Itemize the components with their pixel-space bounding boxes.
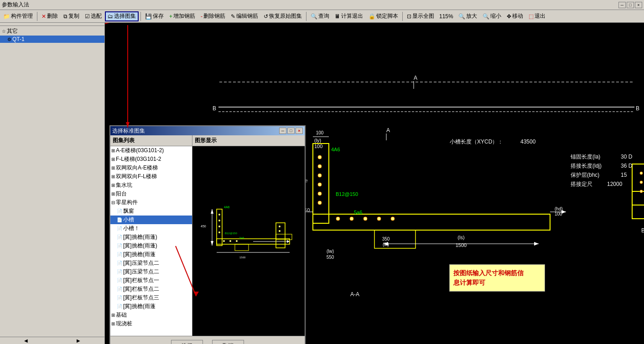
- move-button[interactable]: ✥ 移动: [504, 11, 525, 21]
- dlg-item-ae-stairs[interactable]: ⊞ A-E楼梯(03G101-2): [110, 146, 192, 155]
- select-button[interactable]: ☑ 选配: [83, 11, 104, 21]
- dialog-max-btn[interactable]: □: [287, 128, 295, 134]
- comp-mgr-button[interactable]: 📁 构件管理: [1, 11, 35, 21]
- dlg-item-cistern[interactable]: ⊞ 集水坑: [110, 181, 192, 190]
- tree-item-qt1[interactable]: ⚙ QT-1: [0, 36, 104, 43]
- drawing-area[interactable]: A B B A 100: [105, 23, 644, 344]
- copy-button[interactable]: ⧉ 复制: [61, 11, 82, 21]
- dlg-item-beam-node2[interactable]: 📄 [冀]压梁节点二: [110, 267, 192, 276]
- left-panel-nav: ◀ ▶: [0, 337, 104, 344]
- dlg-item-rail-node1[interactable]: 📄 [冀]栏板节点一: [110, 276, 192, 285]
- add-rebar-button[interactable]: + 增加钢筋: [167, 11, 197, 21]
- svg-text:350: 350: [382, 236, 390, 241]
- delete-icon: ✕: [42, 13, 46, 20]
- select-atlas-dialog: 选择标准图集 ─ □ × 图集列表 ⊞ A-E楼梯(03G101-2): [109, 125, 306, 344]
- svg-point-33: [391, 217, 395, 221]
- dialog-close-btn[interactable]: ×: [296, 128, 303, 134]
- separator4: [402, 12, 403, 21]
- dlg-item-cornice-awning[interactable]: 📄 [冀]挑檐(雨蓬: [110, 302, 192, 311]
- zoom-level-display: 115%: [437, 13, 455, 20]
- svg-point-74: [218, 231, 220, 233]
- svg-text:(lw): (lw): [327, 249, 334, 254]
- scroll-left-btn[interactable]: ◀: [0, 337, 52, 344]
- svg-text:15: 15: [621, 172, 627, 178]
- window-controls: ─ □ ×: [618, 2, 642, 8]
- expand-icon: ⊞: [111, 191, 115, 196]
- dlg-item-fl-stairs[interactable]: ⊞ F-L楼梯(03G101-2: [110, 155, 192, 164]
- svg-point-72: [218, 220, 220, 221]
- svg-point-23: [318, 183, 322, 186]
- svg-rect-70: [235, 244, 249, 251]
- svg-text:1500: 1500: [239, 256, 246, 259]
- dialog-footer: 选择 取消: [110, 336, 305, 344]
- dlg-item-cast-pile[interactable]: ⊞ 现浇桩: [110, 319, 192, 328]
- svg-text:A: A: [386, 127, 390, 133]
- dlg-item-lintel[interactable]: 📄 飘窗: [110, 207, 192, 216]
- svg-point-85: [279, 226, 280, 227]
- zoom-out-button[interactable]: 🔍 缩小: [480, 11, 504, 21]
- maximize-btn[interactable]: □: [627, 2, 634, 8]
- move-icon: ✥: [507, 13, 511, 20]
- lock-script-button[interactable]: 🔒 锁定脚本: [366, 11, 400, 21]
- dialog-select-btn[interactable]: 选择: [171, 340, 203, 344]
- restore-button[interactable]: ↺ 恢复原始图集: [261, 11, 304, 21]
- minimize-btn[interactable]: ─: [618, 2, 626, 8]
- save-button[interactable]: 💾 保存: [143, 11, 166, 21]
- svg-point-22: [318, 174, 322, 177]
- tree-item-other[interactable]: ☆ 其它: [0, 27, 104, 36]
- show-all-button[interactable]: ⊡ 显示全图: [405, 11, 436, 21]
- dlg-item-rail-node2[interactable]: 📄 [冀]栏板节点二: [110, 285, 192, 293]
- svg-text:搭接长度(ldj): 搭接长度(ldj): [571, 163, 602, 169]
- dialog-min-btn[interactable]: ─: [279, 128, 286, 134]
- doc-icon: 📄: [117, 287, 122, 292]
- dialog-content: 图集列表 ⊞ A-E楼梯(03G101-2) ⊞ F-L楼梯(03G101-2 …: [110, 135, 305, 336]
- select-atlas-button[interactable]: 🗂 选择图集: [105, 11, 139, 21]
- dialog-cancel-btn[interactable]: 取消: [212, 340, 244, 344]
- show-all-icon: ⊡: [407, 13, 411, 20]
- dlg-item-beam-node1[interactable]: 📄 [冀]压梁节点二: [110, 259, 192, 267]
- dlg-item-bracket-awning1[interactable]: 📄 [冀]挑檐(雨蓬): [110, 233, 192, 241]
- dlg-item-foundation[interactable]: ⊞ 基础: [110, 311, 192, 319]
- svg-text:A-A: A-A: [350, 291, 359, 298]
- svg-text:B: B: [213, 105, 216, 112]
- doc-icon: 📄: [117, 295, 122, 300]
- svg-point-71: [218, 214, 220, 216]
- delete-button[interactable]: ✕ 删除: [39, 11, 60, 21]
- dlg-item-small-gutter2[interactable]: 📄 小槽！: [110, 224, 192, 233]
- dlg-item-small-gutter[interactable]: 📄 小槽: [110, 216, 192, 224]
- scroll-right-btn[interactable]: ▶: [52, 337, 105, 344]
- dlg-item-double-fl[interactable]: ⊞ 双网双向F-L楼梯: [110, 172, 192, 181]
- svg-text:5a6: 5a6: [354, 210, 362, 215]
- dlg-item-zero-parts[interactable]: ⊟ 零星构件: [110, 198, 192, 207]
- svg-text:100: 100: [316, 130, 324, 135]
- dlg-item-rail-node3[interactable]: 📄 [冀]栏板节点三: [110, 293, 192, 302]
- dlg-item-balcony[interactable]: ⊞ 阳台: [110, 190, 192, 198]
- exit-button[interactable]: ⬚ 退出: [526, 11, 548, 21]
- exit-icon: ⬚: [529, 13, 534, 20]
- folder-icon: 📁: [3, 13, 10, 20]
- doc-icon: 📄: [117, 278, 122, 283]
- expand-icon-open: ⊟: [111, 200, 115, 205]
- svg-text:A: A: [414, 75, 417, 81]
- zoom-in-button[interactable]: 🔍 放大: [456, 11, 479, 21]
- svg-text:550: 550: [327, 255, 334, 260]
- calc-exit-button[interactable]: 🖩 计算退出: [332, 11, 365, 21]
- toolbar: 📁 构件管理 ✕ 删除 ⧉ 复制 ☑ 选配 🗂 选择图集 💾 保存 + 增加钢筋…: [0, 10, 644, 23]
- svg-rect-47: [632, 191, 644, 205]
- del-rebar-button[interactable]: - 删除钢筋: [198, 11, 228, 21]
- svg-text:4A6: 4A6: [331, 147, 340, 152]
- close-btn[interactable]: ×: [635, 2, 642, 8]
- svg-text:30 D: 30 D: [621, 154, 633, 160]
- edit-rebar-button[interactable]: ✎ 编辑钢筋: [229, 11, 260, 21]
- svg-rect-11: [374, 230, 415, 248]
- svg-text:4A6: 4A6: [224, 205, 230, 209]
- dialog-tree[interactable]: ⊞ A-E楼梯(03G101-2) ⊞ F-L楼梯(03G101-2 ⊞ 双网双…: [110, 146, 192, 336]
- dlg-item-bracket-awning2[interactable]: 📄 [冀]挑檐(雨蓬): [110, 241, 192, 250]
- save-icon: 💾: [145, 13, 152, 20]
- dlg-item-bracket-awning3[interactable]: 📄 [冀]挑檐(雨蓬: [110, 250, 192, 259]
- dlg-item-double-ae[interactable]: ⊞ 双网双向A-E楼梯: [110, 164, 192, 172]
- zoom-out-icon: 🔍: [483, 13, 489, 20]
- gear-icon: ⚙: [7, 37, 11, 42]
- expand-icon: ⊞: [111, 183, 115, 188]
- query-button[interactable]: 🔍 查询: [308, 11, 332, 21]
